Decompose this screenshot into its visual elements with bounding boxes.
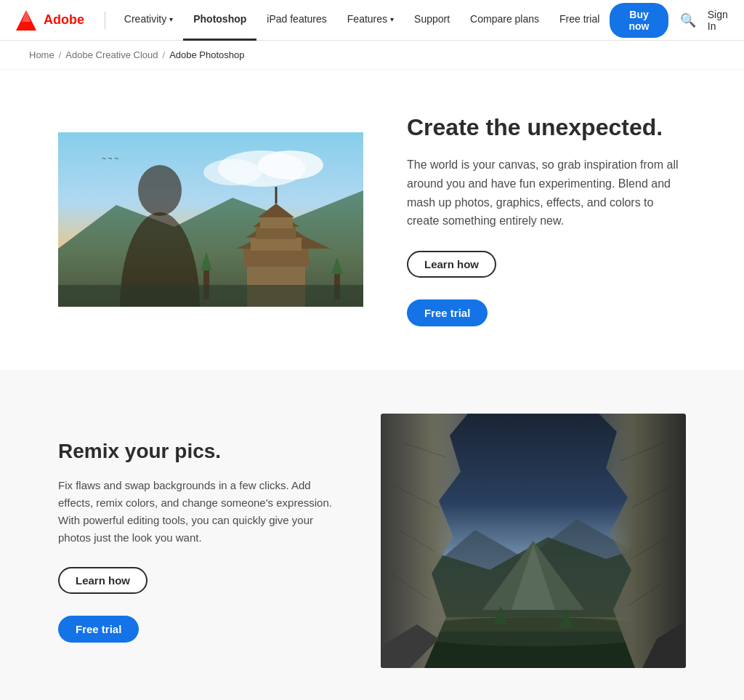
section-remix-pics: Remix your pics. Fix flaws and swap back… [0,370,744,700]
svg-marker-1 [22,10,31,22]
nav-free-trial[interactable]: Free trial [549,0,610,41]
nav-photoshop[interactable]: Photoshop [183,0,256,41]
section2-content: Remix your pics. Fix flaws and swap back… [58,439,337,643]
svg-rect-17 [260,217,293,228]
section2-inner: Remix your pics. Fix flaws and swap back… [58,414,686,668]
breadcrumb: Home / Adobe Creative Cloud / Adobe Phot… [0,41,744,70]
nav-divider [105,12,105,29]
svg-point-5 [203,159,262,185]
svg-rect-15 [256,227,296,239]
pagoda-image: ~ ~ ~ [58,132,363,307]
breadcrumb-sep-1: / [59,49,62,60]
section2-cta-group: Learn how Free trial [58,567,337,643]
section1-heading: Create the unexpected. [407,113,686,141]
mountain-cave-illustration [381,414,686,668]
breadcrumb-current: Adobe Photoshop [169,49,244,60]
scene-illustration: ~ ~ ~ [58,132,363,307]
svg-point-4 [258,150,323,180]
svg-rect-11 [243,249,309,267]
breadcrumb-creative-cloud[interactable]: Adobe Creative Cloud [65,49,158,60]
chevron-down-icon: ▾ [169,15,173,23]
main-nav: Adobe Creativity ▾ Photoshop iPad featur… [0,0,744,41]
section1-free-trial-button[interactable]: Free trial [407,299,488,326]
section2-heading: Remix your pics. [58,439,337,464]
adobe-logo-icon [15,9,38,32]
section1-learn-how-button[interactable]: Learn how [407,251,496,278]
sign-in-link[interactable]: Sign In [708,9,729,32]
section2-learn-how-button[interactable]: Learn how [58,567,147,594]
nav-creativity[interactable]: Creativity ▾ [114,0,183,41]
breadcrumb-home[interactable]: Home [29,49,54,60]
adobe-logo[interactable]: Adobe [15,9,84,32]
nav-features[interactable]: Features ▾ [337,0,404,41]
section2-free-trial-button[interactable]: Free trial [58,616,139,643]
section-create-unexpected: ~ ~ ~ [0,70,744,370]
breadcrumb-sep-2: / [163,49,166,60]
adobe-wordmark: Adobe [44,12,84,28]
buy-now-button[interactable]: Buy now [610,3,668,38]
section1-body: The world is your canvas, so grab inspir… [407,156,686,230]
svg-point-9 [138,165,182,216]
nav-support[interactable]: Support [404,0,460,41]
section1-image: ~ ~ ~ [58,132,363,307]
section2-body: Fix flaws and swap backgrounds in a few … [58,477,337,547]
nav-compare-plans[interactable]: Compare plans [460,0,549,41]
svg-text:~ ~ ~: ~ ~ ~ [102,155,118,163]
nav-right: Buy now 🔍 Sign In [610,3,729,38]
chevron-down-icon: ▾ [390,15,394,23]
svg-rect-13 [251,238,302,251]
nav-ipad-features[interactable]: iPad features [256,0,337,41]
section2-image [381,414,686,668]
search-icon[interactable]: 🔍 [680,12,696,28]
nav-links: Creativity ▾ Photoshop iPad features Fea… [114,0,610,41]
svg-rect-24 [58,285,363,307]
section1-cta-group: Learn how Free trial [407,251,686,326]
section1-content: Create the unexpected. The world is your… [407,113,686,326]
